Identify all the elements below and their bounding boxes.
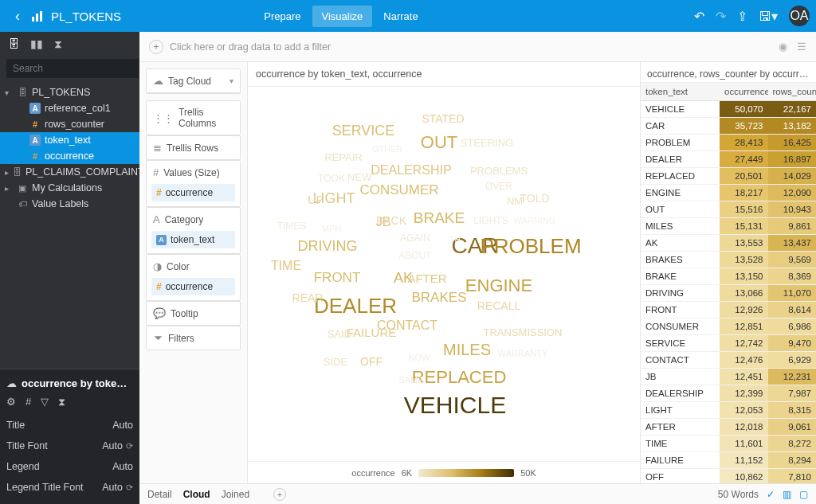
data-elements-icon[interactable]: 🗄	[8, 37, 19, 50]
table-row[interactable]: OUT15,51610,943	[641, 201, 816, 218]
cloud-word[interactable]: OTHER	[372, 144, 403, 154]
tab-visualize[interactable]: Visualize	[312, 6, 373, 27]
cloud-word[interactable]: RECALL	[477, 299, 520, 312]
shelf-chip[interactable]: Atoken_text	[151, 231, 235, 248]
user-avatar[interactable]: OA	[789, 6, 810, 26]
tree-node-occurrence[interactable]: #occurrence	[0, 148, 139, 164]
cloud-word[interactable]: OVER	[485, 181, 512, 192]
table-row[interactable]: DEALERSHIP12,3997,987	[641, 385, 816, 402]
tab-prepare[interactable]: Prepare	[254, 6, 310, 27]
prop-row-title[interactable]: TitleAuto	[6, 415, 133, 436]
cloud-word[interactable]: BACK	[376, 214, 406, 227]
table-row[interactable]: JB12,45112,231	[641, 369, 816, 385]
shelf-chip[interactable]: #occurrence	[151, 184, 235, 201]
cloud-word[interactable]: TIME	[271, 259, 301, 273]
canvas-tab-joined[interactable]: Joined	[222, 489, 249, 500]
tree-node-my-calculations[interactable]: ▸▣My Calculations	[0, 180, 139, 196]
cloud-word[interactable]: BRAKE	[414, 209, 465, 227]
cloud-word[interactable]: CONSUMER	[359, 182, 438, 198]
back-button[interactable]: ‹	[6, 8, 29, 25]
cloud-word[interactable]: ENGINE	[465, 275, 532, 296]
shelf-trellis-columns[interactable]: ⋮⋮Trellis Columns	[146, 100, 241, 135]
redo-icon[interactable]: ↷	[716, 9, 726, 24]
analytics-icon[interactable]: ⧗	[54, 37, 62, 51]
table-row[interactable]: BRAKES13,5289,569	[641, 252, 816, 268]
cloud-word[interactable]: FRONT	[314, 270, 361, 286]
data-table-viz[interactable]: occurrence, rows_counter by occurrence, …	[641, 62, 816, 483]
table-row[interactable]: AK13,55313,437	[641, 235, 816, 252]
cloud-word[interactable]: PROBLEMS	[470, 165, 528, 177]
table-row[interactable]: ENGINE18,21712,090	[641, 185, 816, 201]
undo-icon[interactable]: ↶	[694, 9, 704, 24]
cloud-word[interactable]: LIGHTS	[473, 215, 508, 226]
cloud-word[interactable]: MPH	[322, 224, 341, 233]
filter-props-icon[interactable]: ▽	[41, 396, 49, 408]
cloud-word[interactable]: DEALER	[314, 294, 397, 318]
layout-single-icon[interactable]: ▢	[799, 489, 808, 500]
cloud-word[interactable]: DRIVING	[297, 238, 357, 255]
filter-hint[interactable]: Click here or drag data to add a filter	[170, 41, 331, 53]
layout-split-icon[interactable]: ▥	[783, 489, 791, 500]
shelf-color[interactable]: ◑Color#occurrence	[146, 254, 241, 301]
shelf-category[interactable]: ACategoryAtoken_text	[146, 207, 241, 254]
chart-type-selector[interactable]: ☁Tag Cloud▾	[146, 68, 241, 94]
shelf-chip[interactable]: #occurrence	[151, 278, 235, 295]
col-header-rows-counter[interactable]: rows_counter	[768, 83, 817, 101]
cloud-word[interactable]: BRAKES	[412, 290, 467, 306]
cloud-word[interactable]: TIMES	[277, 221, 307, 232]
cloud-word[interactable]: NOW	[409, 353, 430, 362]
visualization[interactable]: occurrence by token_text, occurrence VEH…	[247, 62, 641, 483]
shelf-values-size-[interactable]: #Values (Size)#occurrence	[146, 160, 241, 207]
prop-row-legend[interactable]: LegendAuto	[6, 456, 133, 477]
share-icon[interactable]: ⇪	[737, 9, 747, 24]
refresh-data-icon[interactable]: ◉	[779, 41, 787, 53]
cloud-word[interactable]: TOLD	[520, 192, 549, 205]
table-row[interactable]: FRONT12,9268,614	[641, 302, 816, 318]
cloud-word[interactable]: REAR	[292, 291, 324, 304]
table-row[interactable]: LIGHT12,0538,315	[641, 402, 816, 419]
search-input[interactable]	[6, 59, 139, 78]
table-row[interactable]: DEALER27,44916,897	[641, 151, 816, 168]
cloud-word[interactable]: TRANSMISSION	[484, 326, 563, 338]
col-header-token[interactable]: token_text	[641, 83, 720, 101]
cloud-word[interactable]: DEALERSHIP	[371, 163, 451, 178]
table-row[interactable]: VEHICLE50,07022,167	[641, 101, 816, 118]
cloud-word[interactable]: AFTER	[407, 272, 446, 285]
cloud-word[interactable]: UP	[308, 193, 323, 206]
cloud-word[interactable]: WARNING	[514, 216, 556, 225]
cloud-word[interactable]: SAID	[328, 328, 351, 340]
table-row[interactable]: OFF10,8627,810	[641, 469, 816, 483]
cloud-word[interactable]: SIDE	[324, 356, 347, 368]
tree-node-rows-counter[interactable]: #rows_counter	[0, 116, 139, 132]
auto-insights-icon[interactable]: ✓	[767, 489, 775, 500]
save-icon[interactable]: 🖫▾	[759, 9, 778, 24]
shelf-tooltip[interactable]: 💬Tooltip	[146, 301, 241, 326]
cloud-word[interactable]: ABOUT	[398, 250, 431, 261]
shelf-filters[interactable]: ⏷Filters	[146, 326, 241, 350]
table-row[interactable]: MILES15,1319,861	[641, 218, 816, 235]
table-row[interactable]: DRIVING13,06611,070	[641, 285, 816, 302]
cloud-word[interactable]: STATED	[422, 112, 464, 125]
cloud-word[interactable]: AGAIN	[400, 232, 430, 244]
canvas-tab-detail[interactable]: Detail	[147, 489, 172, 500]
prop-row-legend-title-font[interactable]: Legend Title FontAuto ⟳	[6, 477, 133, 498]
cloud-word[interactable]: REPAIR	[324, 151, 362, 163]
shelf-trellis-rows[interactable]: ≣Trellis Rows	[146, 135, 241, 160]
add-canvas-icon[interactable]: +	[273, 488, 286, 501]
tree-node-reference-col1[interactable]: Areference_col1	[0, 100, 139, 116]
table-row[interactable]: FAILURE11,1528,294	[641, 452, 816, 469]
table-row[interactable]: CONSUMER12,8516,986	[641, 318, 816, 335]
add-filter-icon[interactable]: +	[149, 40, 163, 54]
table-row[interactable]: PROBLEM28,41316,425	[641, 135, 816, 151]
cloud-word[interactable]: SERVICE	[332, 123, 395, 139]
cloud-word[interactable]: TH	[449, 236, 460, 244]
cloud-word[interactable]: PROBLEM	[480, 234, 581, 259]
cloud-word[interactable]: SAME	[398, 375, 423, 385]
general-props-icon[interactable]: ⚙	[6, 396, 16, 408]
cloud-word[interactable]: STEERING	[461, 137, 513, 149]
table-row[interactable]: SERVICE12,7429,470	[641, 335, 816, 352]
tab-narrate[interactable]: Narrate	[374, 6, 427, 27]
cloud-word[interactable]: OFF	[360, 355, 382, 368]
cloud-word[interactable]: WARRANTY	[498, 349, 548, 358]
axis-props-icon[interactable]: #	[26, 396, 31, 408]
